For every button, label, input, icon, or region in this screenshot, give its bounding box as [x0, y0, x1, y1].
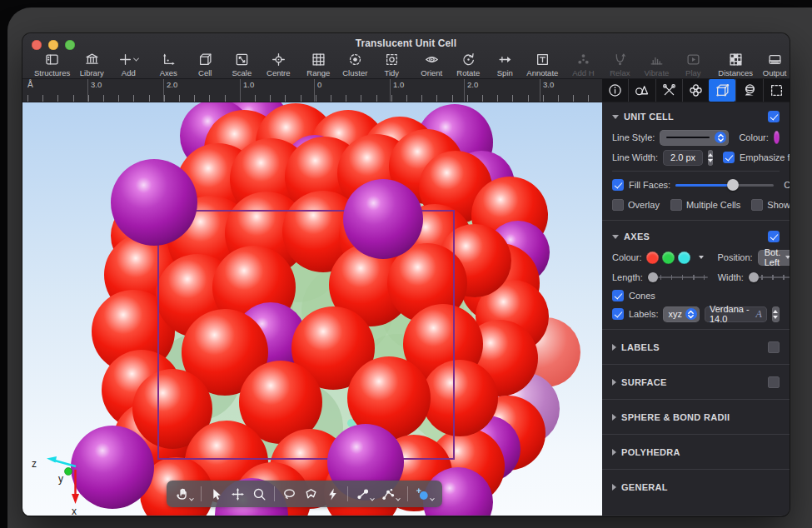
toolbar-button-output[interactable]: Output	[758, 52, 790, 77]
pan-hand-tool-button[interactable]	[175, 487, 193, 501]
zoom-tool-button[interactable]	[252, 487, 267, 501]
axes-width-slider[interactable]	[749, 271, 790, 283]
new-atom-tool-button[interactable]	[416, 487, 434, 501]
bond-tool-tool-button[interactable]	[356, 487, 374, 501]
axis-colour-well[interactable]	[646, 252, 659, 264]
angle-tool-tool-button[interactable]	[381, 487, 400, 501]
toolbar-button-cell[interactable]: Cell	[188, 52, 222, 77]
tools-icon	[662, 83, 676, 97]
chevron-down-icon[interactable]	[699, 256, 704, 259]
ruler-major-label: 1.0	[243, 80, 254, 89]
axes-position-popup[interactable]: Bot. Left	[758, 250, 790, 266]
inspector-tab-shapes[interactable]	[628, 79, 655, 102]
toolbar-button-add[interactable]: Add	[112, 52, 145, 77]
zoom-icon	[252, 487, 267, 501]
axes-section: AXES Colour: Position: Bot. Left	[602, 224, 790, 326]
distances-icon	[729, 52, 743, 67]
disclosure-triangle[interactable]	[612, 379, 616, 386]
atom-icon	[689, 83, 703, 97]
toolbar-button-label: Centre	[267, 68, 291, 77]
axis-labels-checkbox[interactable]	[612, 308, 624, 320]
axes-length-label: Length:	[612, 272, 643, 282]
show-labels-checkbox[interactable]	[751, 199, 763, 211]
atom-sphere-purple[interactable]	[111, 159, 197, 246]
axis-labels-popup[interactable]: xyz	[663, 306, 700, 322]
toolbar-button-rotate[interactable]: Rotate	[451, 52, 485, 77]
toolbar-button-tidy[interactable]: Tidy	[375, 52, 408, 77]
toolbar-button-spin[interactable]: Spin	[488, 52, 521, 77]
multiple-cells-checkbox[interactable]	[670, 199, 682, 211]
polygon-lasso-icon	[304, 487, 318, 501]
toolbar-button-annotate[interactable]: Annotate	[525, 52, 560, 77]
lasso-tool-button[interactable]	[282, 487, 296, 501]
structure-scene[interactable]: zyx	[22, 102, 602, 516]
toolbar-button-cluster[interactable]: Cluster	[338, 52, 371, 77]
rotate-icon	[461, 52, 476, 67]
lightning-icon	[326, 487, 340, 501]
line-style-popup[interactable]	[660, 130, 729, 146]
polygon-lasso-tool-button[interactable]	[304, 487, 318, 501]
toolbar-button-structures[interactable]: Structures	[32, 52, 72, 77]
axis-colour-well[interactable]	[662, 252, 675, 264]
tidy-icon	[385, 52, 399, 67]
line-width-stepper[interactable]	[708, 150, 713, 166]
disclosure-triangle[interactable]	[612, 344, 616, 351]
toolbar-button-scale[interactable]: Scale	[225, 52, 258, 77]
overlay-checkbox[interactable]	[612, 199, 624, 211]
toolbar-separator	[407, 486, 408, 501]
toolbar-separator	[274, 486, 275, 501]
atom-sphere-purple[interactable]	[343, 179, 423, 259]
section-enabled-checkbox[interactable]	[768, 376, 780, 388]
line-colour-well[interactable]	[774, 131, 780, 144]
y-axis-label: y	[58, 473, 63, 485]
axes-disclosure-triangle[interactable]	[612, 235, 619, 239]
overlay-label: Overlay	[628, 200, 660, 210]
inspector-tab-globe[interactable]	[735, 79, 762, 102]
axis-font-stepper[interactable]	[772, 306, 780, 322]
toolbar-button-centre[interactable]: Centre	[262, 52, 295, 77]
axes-length-slider[interactable]	[648, 271, 708, 283]
toolbar-button-axes[interactable]: Axes	[152, 52, 185, 77]
move-tool-button[interactable]	[231, 487, 245, 501]
emphasize-front-checkbox[interactable]	[723, 152, 735, 163]
spin-icon	[498, 52, 512, 67]
ruler-unit-label: Å	[27, 80, 33, 89]
orient-icon	[425, 52, 439, 67]
disclosure-triangle[interactable]	[612, 414, 616, 421]
axis-font-field[interactable]: Verdana - 14.0 A	[705, 306, 767, 322]
annotate-icon	[536, 52, 550, 67]
play-icon	[686, 52, 700, 67]
structure-view[interactable]: zyx	[22, 102, 602, 516]
inspector-tab-unitcell[interactable]	[709, 79, 735, 102]
select-arrow-tool-button[interactable]	[209, 487, 223, 501]
unit-cell-disclosure-triangle[interactable]	[612, 115, 619, 119]
cones-checkbox[interactable]	[612, 290, 624, 301]
fill-opacity-slider[interactable]	[675, 179, 774, 191]
axis-colour-well[interactable]	[678, 252, 690, 264]
disclosure-triangle[interactable]	[612, 484, 616, 491]
model-viewport[interactable]: zyx	[22, 102, 602, 516]
inspector-tab-atom[interactable]	[682, 79, 709, 102]
line-width-field[interactable]: 2.0 px	[663, 150, 703, 166]
unit-cell-enabled-checkbox[interactable]	[768, 111, 780, 122]
toolbar-button-orient[interactable]: Orient	[415, 52, 448, 77]
desktop-background: Translucent Unit Cell StructuresLibraryA…	[0, 0, 812, 528]
inspector-tab-info[interactable]	[602, 79, 628, 102]
axes-enabled-checkbox[interactable]	[768, 231, 780, 242]
disclosure-triangle[interactable]	[612, 449, 616, 456]
atom-sphere-purple[interactable]	[71, 426, 154, 509]
fill-faces-checkbox[interactable]	[612, 179, 624, 191]
toolbar-button-distances[interactable]: Distances	[716, 52, 755, 77]
inspector-tab-tools[interactable]	[655, 79, 682, 102]
toolbar-button-range[interactable]: Range	[301, 52, 335, 77]
section-enabled-checkbox[interactable]	[768, 341, 780, 353]
slider-knob[interactable]	[727, 179, 739, 191]
scale-icon	[235, 52, 249, 67]
inspector-tab-selection[interactable]	[763, 79, 790, 102]
atom-sphere-red[interactable]	[421, 360, 498, 436]
lightning-tool-button[interactable]	[326, 487, 340, 501]
ruler-major-label: 3.0	[91, 80, 102, 89]
section-surface: SURFACE	[602, 368, 790, 396]
toolbar-button-library[interactable]: Library	[75, 52, 108, 77]
toolbar-group: OrientRotateSpinAnnotate	[415, 52, 560, 77]
